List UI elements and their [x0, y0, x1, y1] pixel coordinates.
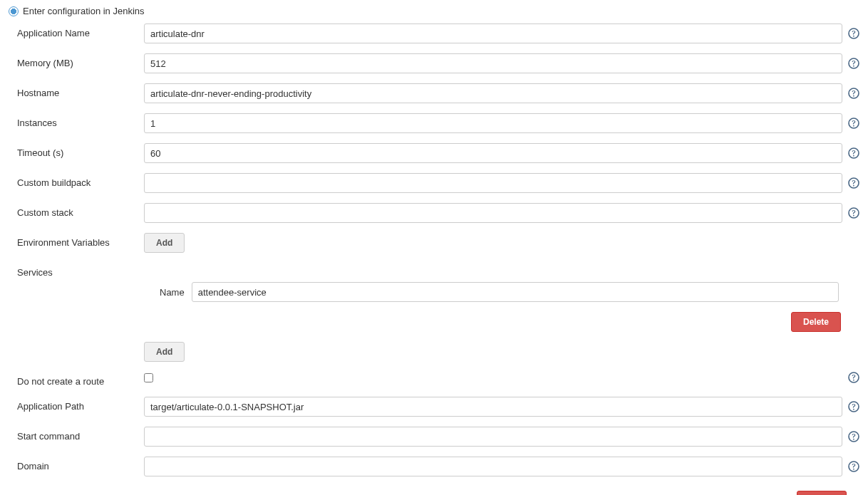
label-service-name: Name — [160, 287, 185, 298]
help-icon[interactable] — [848, 58, 859, 69]
input-domain[interactable] — [144, 457, 842, 476]
label-hostname: Hostname — [9, 83, 144, 98]
add-env-var-button[interactable]: Add — [144, 233, 185, 253]
label-application-path: Application Path — [9, 397, 144, 412]
label-instances: Instances — [9, 113, 144, 128]
input-application-path[interactable] — [144, 397, 842, 417]
help-icon[interactable] — [848, 118, 859, 129]
help-icon[interactable] — [848, 372, 859, 383]
input-hostname[interactable] — [144, 83, 842, 103]
input-custom-stack[interactable] — [144, 203, 842, 223]
radio-selected-icon[interactable] — [9, 6, 19, 16]
add-service-button[interactable]: Add — [144, 342, 185, 362]
help-icon[interactable] — [848, 207, 859, 219]
section-title: Enter configuration in Jenkins — [23, 6, 145, 16]
input-instances[interactable] — [144, 113, 842, 133]
delete-config-button[interactable]: Delete — [797, 491, 847, 495]
input-start-command[interactable] — [144, 427, 842, 447]
checkbox-do-not-create-route[interactable] — [144, 373, 153, 382]
label-start-command: Start command — [9, 427, 144, 442]
input-application-name[interactable] — [144, 24, 842, 43]
help-icon[interactable] — [848, 147, 859, 159]
label-env-vars: Environment Variables — [9, 233, 144, 248]
help-icon[interactable] — [848, 431, 859, 442]
help-icon[interactable] — [848, 401, 859, 412]
label-domain: Domain — [9, 457, 144, 471]
label-timeout-s: Timeout (s) — [9, 143, 144, 158]
help-icon[interactable] — [848, 461, 859, 472]
label-custom-stack: Custom stack — [9, 203, 144, 218]
label-custom-buildpack: Custom buildpack — [9, 173, 144, 188]
help-icon[interactable] — [848, 88, 859, 99]
help-icon[interactable] — [848, 177, 859, 189]
label-application-name: Application Name — [9, 24, 144, 38]
input-memory-mb[interactable] — [144, 53, 842, 73]
label-memory-mb: Memory (MB) — [9, 53, 144, 68]
input-timeout-s[interactable] — [144, 143, 842, 163]
input-custom-buildpack[interactable] — [144, 173, 842, 193]
label-services: Services — [9, 263, 144, 278]
label-do-not-create-route: Do not create a route — [9, 372, 144, 387]
input-service-name[interactable] — [192, 282, 839, 302]
help-icon[interactable] — [848, 28, 859, 39]
delete-service-button[interactable]: Delete — [791, 312, 841, 332]
